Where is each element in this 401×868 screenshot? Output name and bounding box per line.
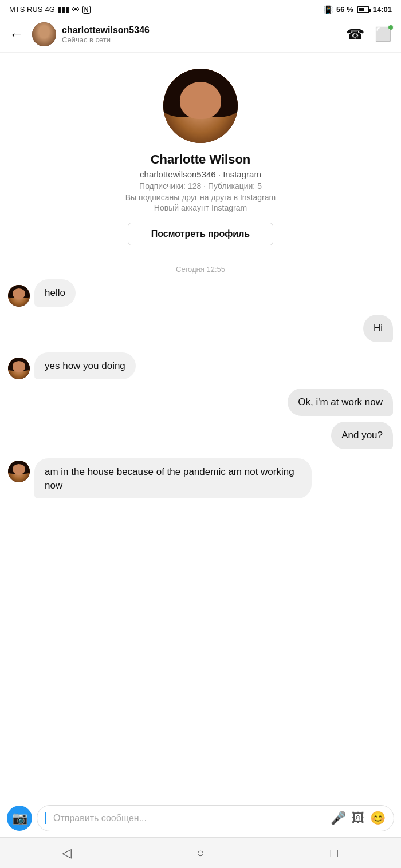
vibrate-icon: 📳: [323, 5, 333, 14]
view-profile-button[interactable]: Посмотреть профиль: [128, 223, 273, 245]
header-username: charlottewilson5346: [62, 25, 340, 35]
profile-new-account: Новый аккаунт Instagram: [154, 203, 247, 212]
battery-icon: [357, 6, 369, 13]
profile-avatar-image: [163, 69, 238, 143]
profile-stats: Подписчики: 128 · Публикации: 5: [139, 181, 262, 191]
recent-nav-button[interactable]: □: [320, 839, 348, 867]
message-bubble: hello: [34, 279, 76, 307]
message-bubble: yes how you doing: [34, 352, 136, 380]
camera-icon: 📷: [12, 811, 27, 826]
message-row: am in the house because of the pandemic …: [8, 458, 393, 498]
header-action-icons: ☎ ⬜: [346, 26, 392, 43]
time-label: 14:01: [373, 5, 392, 14]
chat-header: ← charlottewilson5346 Сейчас в сети ☎ ⬜: [0, 18, 401, 53]
profile-name: Charlotte Wilson: [151, 152, 251, 167]
profile-username-instagram: charlottewilson5346 · Instagram: [140, 169, 261, 179]
profile-mutual: Вы подписаны друг на друга в Instagram: [125, 193, 276, 202]
message-row: And you?: [8, 422, 393, 449]
microphone-icon[interactable]: 🎤: [331, 811, 346, 826]
home-nav-button[interactable]: ○: [186, 839, 215, 867]
header-online-status: Сейчас в сети: [62, 35, 340, 44]
header-avatar[interactable]: [32, 22, 56, 46]
back-button[interactable]: ←: [9, 26, 24, 43]
image-attach-icon[interactable]: 🖼: [352, 811, 364, 826]
sticker-icon[interactable]: 😊: [370, 811, 386, 826]
message-row: yes how you doing: [8, 352, 393, 380]
camera-button[interactable]: 📷: [7, 806, 32, 831]
eye-icon: 👁: [72, 5, 80, 14]
message-input-wrap[interactable]: Отправить сообщен... 🎤 🖼 😊: [37, 805, 394, 831]
text-cursor: [45, 812, 46, 824]
video-online-badge: [388, 25, 394, 30]
battery-fill: [359, 8, 364, 11]
back-nav-button[interactable]: ◁: [53, 839, 81, 867]
sender-avatar-image: [8, 358, 30, 379]
nfc-icon: N: [82, 6, 91, 14]
carrier-label: MTS RUS: [9, 5, 43, 14]
input-bar: 📷 Отправить сообщен... 🎤 🖼 😊: [0, 800, 401, 836]
messages-area: hello Hi yes how you doing Ok, i'm at wo…: [0, 279, 401, 498]
status-left: MTS RUS 4G ▮▮▮ 👁 N: [9, 5, 91, 14]
sender-avatar-image: [8, 285, 30, 307]
message-bubble: Hi: [363, 315, 393, 342]
signal-label: 4G: [45, 5, 55, 14]
sender-avatar[interactable]: [8, 358, 30, 379]
date-separator: Сегодня 12:55: [0, 257, 401, 279]
message-input[interactable]: Отправить сообщен...: [53, 813, 325, 823]
profile-avatar[interactable]: [163, 69, 238, 143]
message-row: Hi: [8, 315, 393, 342]
profile-section: Charlotte Wilson charlottewilson5346 · I…: [0, 53, 401, 257]
video-call-wrap[interactable]: ⬜: [375, 26, 392, 42]
message-row: Ok, i'm at work now: [8, 389, 393, 416]
message-bubble: am in the house because of the pandemic …: [34, 458, 312, 498]
phone-call-icon[interactable]: ☎: [346, 26, 364, 43]
signal-bars-icon: ▮▮▮: [57, 5, 69, 14]
status-right: 📳 56 % 14:01: [323, 5, 392, 14]
message-bubble: And you?: [331, 422, 393, 449]
sender-avatar-image: [8, 461, 30, 482]
status-bar: MTS RUS 4G ▮▮▮ 👁 N 📳 56 % 14:01: [0, 0, 401, 18]
header-info: charlottewilson5346 Сейчас в сети: [62, 25, 340, 44]
bottom-nav: ◁ ○ □: [0, 837, 401, 868]
battery-label: 56 %: [336, 5, 353, 14]
sender-avatar[interactable]: [8, 461, 30, 482]
message-bubble: Ok, i'm at work now: [288, 389, 393, 416]
message-row: hello: [8, 279, 393, 307]
sender-avatar[interactable]: [8, 285, 30, 307]
header-avatar-face: [32, 22, 56, 46]
